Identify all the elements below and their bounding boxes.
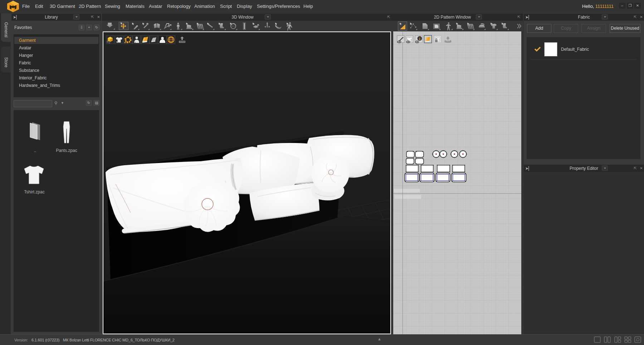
svg-text:i: i [419, 36, 420, 41]
